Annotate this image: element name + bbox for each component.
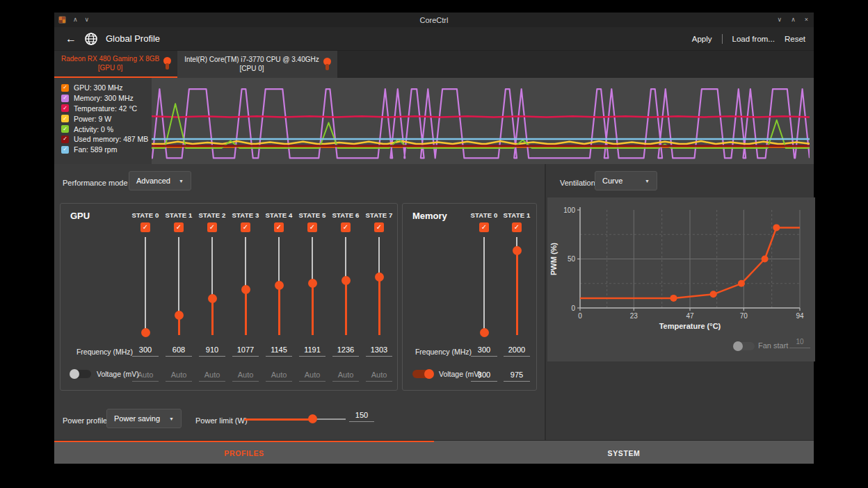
memory-volt-value[interactable]: 975 [504,371,530,382]
gpu-volt-value[interactable]: Auto [332,371,359,382]
apply-button[interactable]: Apply [692,35,712,43]
slider-track[interactable] [145,237,146,332]
reset-button[interactable]: Reset [785,35,805,43]
gpu-freq-value[interactable]: 1303 [366,345,392,357]
legend-checkbox[interactable]: ✓ [61,146,69,154]
slider-handle[interactable] [308,414,317,423]
gpu-volt-value[interactable]: Auto [199,371,225,382]
gpu-state-slider-handle[interactable] [308,279,317,288]
gpu-frequency-label: Frequency (MHz) [61,348,133,356]
legend-label: Power: 9 W [74,115,111,123]
performance-mode-dropdown[interactable]: Advanced ▼ [129,171,191,190]
legend-label: Fan: 589 rpm [74,145,117,154]
legend-checkbox[interactable]: ✓ [61,115,69,122]
memory-voltage-toggle[interactable] [412,370,433,378]
minimize-icon[interactable]: ∨ [778,17,782,23]
fan-curve-point[interactable] [670,295,677,302]
gpu-state-slider-handle[interactable] [208,294,217,303]
gpu-state-checkbox[interactable]: ✓ [307,222,317,232]
slider-fill [245,289,247,335]
gpu-state-slider-handle[interactable] [341,276,351,285]
slider-track[interactable] [483,237,485,332]
slider-track[interactable] [245,237,246,289]
power-limit-slider[interactable] [244,414,346,424]
gpu-state-checkbox[interactable]: ✓ [274,222,284,232]
legend-item: ✓GPU: 300 MHz [61,83,152,93]
memory-state-label: STATE 1 [500,211,533,219]
window-title: CoreCtrl [54,16,814,24]
gpu-freq-value[interactable]: 300 [132,345,159,357]
gpu-state-checkbox[interactable]: ✓ [207,222,217,232]
legend-checkbox[interactable]: ✓ [61,104,69,112]
legend-checkbox[interactable]: ✓ [61,136,69,143]
gpu-state-checkbox[interactable]: ✓ [374,222,384,232]
gpu-state-slider-handle[interactable] [175,311,184,320]
gpu-state-checkbox[interactable]: ✓ [241,222,250,232]
gpu-freq-value[interactable]: 1145 [266,345,292,357]
power-limit-value[interactable]: 150 [349,411,374,422]
gpu-state-label: STATE 0 [129,211,162,219]
maximize-icon[interactable]: ∧ [791,17,796,23]
slider-track[interactable] [278,237,280,286]
ventilation-mode-dropdown[interactable]: Curve ▼ [595,171,657,190]
y-tick-label: 0 [571,304,575,312]
gpu-freq-value[interactable]: 1191 [299,345,326,357]
legend-checkbox[interactable]: ✓ [61,84,69,92]
legend-item: ✓Power: 9 W [61,113,152,124]
fan-curve-point[interactable] [773,224,780,231]
gpu-state-checkbox[interactable]: ✓ [174,222,184,232]
close-icon[interactable]: × [805,17,808,23]
slider-track[interactable] [378,237,380,277]
gpu-freq-value[interactable]: 608 [166,345,192,357]
gpu-volt-value[interactable]: Auto [232,371,259,382]
gpu-volt-value[interactable]: Auto [166,371,192,382]
legend-checkbox[interactable]: ✓ [61,125,69,133]
slider-track[interactable] [312,237,313,283]
slider-track[interactable] [211,237,213,299]
gpu-volt-value[interactable]: Auto [299,371,326,382]
memory-freq-value[interactable]: 300 [471,345,497,357]
gpu-state-slider-handle[interactable] [275,281,284,290]
tab-system[interactable]: SYSTEM [434,441,814,464]
fan-curve-point[interactable] [762,256,769,263]
memory-state-slider-handle[interactable] [480,328,489,337]
roll-window-icon[interactable]: ∨ [85,17,90,23]
tab-profiles[interactable]: PROFILES [54,441,434,464]
gpu-state-slider-handle[interactable] [141,328,150,337]
memory-state-checkbox[interactable]: ✓ [512,222,522,232]
slider-track[interactable] [178,237,179,316]
fan-curve-chart[interactable]: 023477094050100Temperature (°C)PWM (%) [547,197,815,331]
gpu-freq-value[interactable]: 1236 [332,345,359,357]
gpu-freq-value[interactable]: 1077 [232,345,259,357]
memory-freq-value[interactable]: 2000 [504,345,530,357]
shade-window-icon[interactable]: ∧ [73,17,78,23]
slider-fill [244,418,312,421]
sensor-history-chart [152,78,810,164]
slider-track[interactable] [345,237,346,281]
load-from-button[interactable]: Load from... [732,35,775,43]
fan-start-toggle[interactable] [734,342,755,350]
gpu-state-slider-handle[interactable] [375,273,384,282]
slider-fill [516,250,518,335]
memory-state-checkbox[interactable]: ✓ [479,222,489,232]
gpu-freq-value[interactable]: 910 [199,345,225,357]
gpu-voltage-row: Voltage (mV) [70,370,139,378]
device-tab-cpu[interactable]: Intel(R) Core(TM) i7-3770 CPU @ 3.40GHz[… [177,51,337,78]
power-profile-value: Power saving [114,414,160,423]
fan-start-value[interactable]: 10 [789,338,810,348]
slider-track[interactable] [312,418,346,420]
gpu-state-checkbox[interactable]: ✓ [341,222,351,232]
device-tab-gpu[interactable]: Radeon RX 480 Gaming X 8GB[GPU 0] [54,51,177,78]
fan-curve-point[interactable] [710,291,717,298]
gpu-volt-value[interactable]: Auto [266,371,292,382]
gpu-state-label: STATE 6 [329,211,362,219]
gpu-volt-value[interactable]: Auto [366,371,392,382]
gpu-state-slider-handle[interactable] [241,285,250,294]
gpu-state-checkbox[interactable]: ✓ [140,222,150,232]
power-profile-dropdown[interactable]: Power saving ▼ [106,409,182,428]
back-button[interactable]: ← [63,31,79,47]
fan-curve-point[interactable] [738,280,745,287]
legend-checkbox[interactable]: ✓ [61,95,69,102]
memory-state-slider-handle[interactable] [513,246,522,255]
gpu-voltage-toggle[interactable] [70,370,91,378]
